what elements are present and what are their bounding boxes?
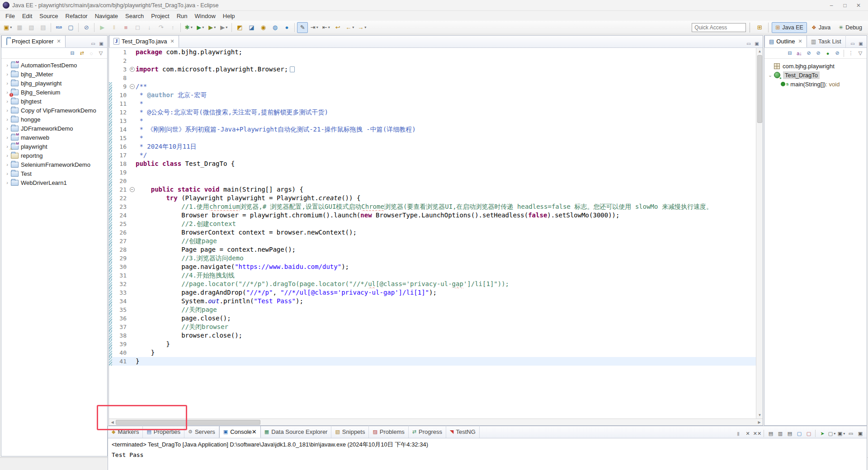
show-stdout-button[interactable]: ▢ — [795, 429, 804, 438]
fold-gutter[interactable]: − — [128, 82, 136, 91]
menu-run[interactable]: Run — [173, 12, 191, 20]
open-console-button[interactable]: ▣▾ — [837, 429, 846, 438]
run-dropdown-arrow[interactable]: ▾ — [202, 25, 204, 29]
menu-file[interactable]: File — [2, 12, 19, 20]
collapsed-imports-icon[interactable] — [290, 66, 295, 72]
sidebar-item-playwright[interactable]: ›M⚠playwright — [1, 142, 107, 151]
sidebar-item-copy-of-vipframeworkdemo[interactable]: ›Copy of VipFrameworkDemo — [1, 106, 107, 115]
close-editor-tab-icon[interactable]: ✕ — [170, 38, 174, 44]
tab-problems[interactable]: ▨Problems — [369, 426, 408, 438]
expand-chevron-icon[interactable]: › — [4, 162, 10, 167]
previous-annotation-button[interactable]: ⇤▾ — [321, 22, 331, 33]
menu-edit[interactable]: Edit — [19, 12, 36, 20]
fold-gutter[interactable]: + — [128, 65, 136, 74]
tab-data-source-explorer[interactable]: ▦Data Source Explorer — [261, 426, 332, 438]
show-stderr-button[interactable]: ▢ — [804, 429, 813, 438]
code-line-14[interactable]: 14 * 《刚刚问世》系列初窥篇-Java+Playwright自动化测试-21… — [109, 125, 763, 134]
menu-help[interactable]: Help — [219, 12, 239, 20]
close-project-explorer-icon[interactable]: ✕ — [57, 38, 61, 44]
collapse-fold-icon[interactable]: − — [130, 84, 135, 89]
scroll-right-arrow[interactable]: ▶ — [756, 419, 763, 426]
scroll-left-arrow[interactable]: ◀ — [109, 419, 116, 426]
code-line-35[interactable]: 35 //关闭page — [109, 306, 763, 314]
hide-static-members-button[interactable]: ⊘ — [814, 49, 823, 58]
code-line-40[interactable]: 40 } — [109, 348, 763, 357]
maximize-window-button[interactable]: □ — [838, 1, 852, 9]
scroll-lock-button[interactable]: ▥ — [776, 429, 785, 438]
display-selected-console-button[interactable]: ▢▾ — [827, 429, 836, 438]
sort-button[interactable]: a↓ — [795, 49, 804, 58]
next-annotation-button[interactable]: ⇥▾ — [309, 22, 320, 33]
maximize-button[interactable]: ▣ — [856, 429, 865, 438]
menu-project[interactable]: Project — [147, 12, 173, 20]
sidebar-item-bjhg-selenium[interactable]: ›!Bjhg_Selenium — [1, 88, 107, 97]
code-line-36[interactable]: 36 page.close(); — [109, 314, 763, 323]
minimize-panel-button[interactable]: ▭ — [745, 39, 753, 47]
sidebar-item-mavenweb[interactable]: ›Mmavenweb — [1, 133, 107, 142]
code-line-24[interactable]: 24 Browser browser = playwright.chromium… — [109, 211, 763, 220]
code-line-2[interactable]: 2 — [109, 56, 763, 65]
maximize-panel-button[interactable]: ▣ — [753, 39, 761, 47]
tab-testng[interactable]: ◥TestNG — [446, 426, 480, 438]
tab-progress[interactable]: ⇄Progress — [409, 426, 446, 438]
tab-markers[interactable]: ◆Markers — [108, 426, 143, 438]
quick-access-input[interactable] — [692, 23, 746, 32]
code-line-19[interactable]: 19 — [109, 168, 763, 177]
sidebar-item-reportng[interactable]: ›reportng — [1, 151, 107, 160]
collapse-fold-icon[interactable]: − — [130, 187, 135, 192]
sidebar-item-bjhg-jmeter[interactable]: ›bjhg_JMeter — [1, 70, 107, 79]
open-console-dropdown-arrow[interactable]: ▾ — [843, 432, 845, 436]
minimize-panel-button[interactable]: ▭ — [89, 39, 97, 47]
tab-servers[interactable]: ⚙Servers — [184, 426, 219, 438]
code-line-29[interactable]: 29 //3.浏览器访问demo — [109, 254, 763, 263]
menu-source[interactable]: Source — [36, 12, 61, 20]
remove-all-terminated-button[interactable]: ✕✕ — [753, 429, 762, 438]
link-with-editor-button[interactable]: ⇄ — [77, 49, 86, 58]
code-line-39[interactable]: 39 } — [109, 340, 763, 348]
code-line-25[interactable]: 25 //2.创建context — [109, 220, 763, 228]
fold-gutter[interactable]: − — [128, 185, 136, 194]
external-tools-button[interactable]: ▶▾ — [218, 22, 229, 33]
sidebar-item-test[interactable]: ›Test — [1, 169, 107, 178]
import-button[interactable]: ◪ — [246, 22, 257, 33]
expand-chevron-icon[interactable]: › — [4, 171, 10, 176]
expand-chevron-icon[interactable]: › — [4, 62, 10, 68]
expand-chevron-icon[interactable]: › — [4, 80, 10, 86]
collapse-all-button[interactable]: ⊟ — [68, 49, 77, 58]
external-tools-dropdown-arrow[interactable]: ▾ — [226, 25, 227, 29]
expand-chevron-icon[interactable]: › — [4, 153, 10, 158]
editor-hscroll-thumb[interactable] — [116, 420, 260, 425]
new-wizard-button[interactable]: ▣▾ — [2, 22, 13, 33]
sidebar-item-bjhgtest[interactable]: ›bjhgtest — [1, 97, 107, 106]
editor-horizontal-scrollbar[interactable]: ◀ ▶ — [109, 418, 763, 425]
hide-local-types-button[interactable]: ⊘ — [833, 49, 842, 58]
view-menu-button[interactable]: ▽ — [856, 49, 865, 58]
skip-all-breakpoints-button[interactable]: ⊘ — [81, 22, 92, 33]
code-line-11[interactable]: 11 * — [109, 99, 763, 108]
code-line-28[interactable]: 28 Page page = context.newPage(); — [109, 245, 763, 254]
minimize-window-button[interactable]: – — [825, 1, 838, 9]
code-line-38[interactable]: 38 browser.close(); — [109, 331, 763, 340]
hide-non-public-members-button[interactable]: ● — [823, 49, 832, 58]
focus-on-active-task-button[interactable]: ◌ — [87, 49, 96, 58]
previous-annotation-dropdown-arrow[interactable]: ▾ — [328, 25, 330, 29]
maximize-panel-button[interactable]: ▣ — [857, 39, 865, 47]
scroll-up-arrow[interactable]: ▲ — [756, 48, 763, 55]
sidebar-item-jdframeworkdemo[interactable]: ›JDFrameworkDemo — [1, 124, 107, 133]
code-line-27[interactable]: 27 //创建page — [109, 237, 763, 245]
code-line-33[interactable]: 33 page.dragAndDrop("//*/p", "//*/ul[@cl… — [109, 288, 763, 297]
code-line-17[interactable]: 17 */ — [109, 151, 763, 160]
display-selected-console-dropdown-arrow[interactable]: ▾ — [834, 432, 835, 436]
tab-task-list[interactable]: ▥ Task List — [807, 35, 846, 47]
collapse-chevron-icon[interactable]: ⌄ — [768, 72, 774, 78]
filters-button[interactable]: ⋮ — [846, 49, 855, 58]
close-window-button[interactable]: ✕ — [852, 1, 865, 9]
open-perspective-button[interactable]: ⊞ — [754, 22, 765, 33]
word-wrap-button[interactable]: ▤ — [785, 429, 794, 438]
outline-item-main-string[interactable]: Smain(String[]) : void — [764, 80, 867, 89]
perspective-java[interactable]: ❖Java — [808, 22, 834, 33]
editor-vertical-scrollbar[interactable]: ▲ ▼ — [756, 48, 763, 418]
perspective-java-ee[interactable]: ⊞Java EE — [772, 22, 807, 33]
code-line-8[interactable]: 8 — [109, 74, 763, 82]
tab-properties[interactable]: ▤Properties — [143, 426, 184, 438]
